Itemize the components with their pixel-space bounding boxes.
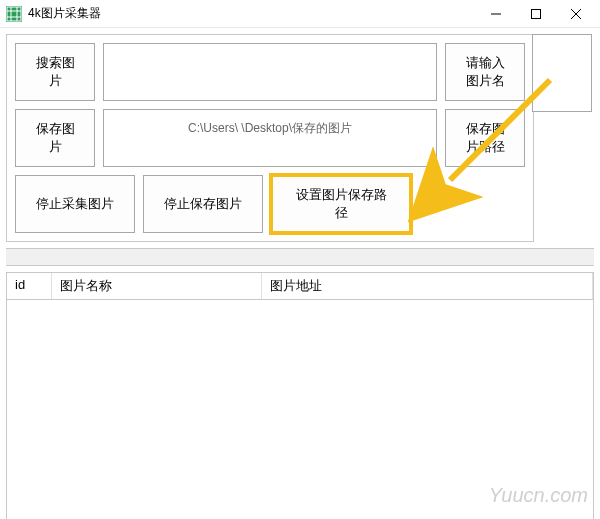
- search-button[interactable]: 搜索图片: [15, 43, 95, 101]
- svg-rect-0: [6, 6, 22, 22]
- save-path-display: C:\Users\ \Desktop\保存的图片: [103, 109, 437, 167]
- titlebar: 4k图片采集器: [0, 0, 600, 28]
- results-table: id 图片名称 图片地址: [6, 272, 594, 519]
- col-name: 图片名称: [52, 273, 262, 299]
- window-controls: [476, 1, 596, 27]
- toolbar-panel: 搜索图片 请输入图片名 保存图片 C:\Users\ \Desktop\保存的图…: [6, 34, 534, 242]
- svg-rect-7: [532, 9, 541, 18]
- preview-box: [532, 34, 592, 112]
- close-button[interactable]: [556, 1, 596, 27]
- table-body[interactable]: [7, 300, 593, 519]
- set-save-path-button[interactable]: 设置图片保存路径: [271, 175, 411, 233]
- stop-collect-button[interactable]: 停止采集图片: [15, 175, 135, 233]
- image-name-button[interactable]: 请输入图片名: [445, 43, 525, 101]
- table-header: id 图片名称 图片地址: [7, 273, 593, 300]
- save-button[interactable]: 保存图片: [15, 109, 95, 167]
- stop-save-button[interactable]: 停止保存图片: [143, 175, 263, 233]
- maximize-button[interactable]: [516, 1, 556, 27]
- save-path-button[interactable]: 保存图片路径: [445, 109, 525, 167]
- search-input[interactable]: [103, 43, 437, 101]
- app-icon: [6, 6, 22, 22]
- window-title: 4k图片采集器: [28, 5, 476, 22]
- minimize-button[interactable]: [476, 1, 516, 27]
- col-url: 图片地址: [262, 273, 593, 299]
- separator-band: [6, 248, 594, 266]
- col-id: id: [7, 273, 52, 299]
